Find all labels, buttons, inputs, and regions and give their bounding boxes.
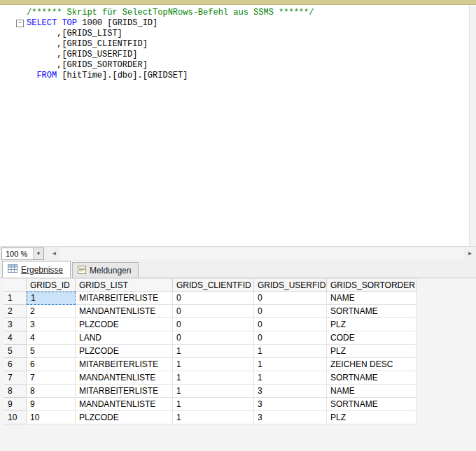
selection-margin[interactable]: [0, 29, 15, 39]
selection-margin[interactable]: [0, 60, 15, 71]
grid-cell[interactable]: SORTNAME: [327, 398, 416, 411]
grid-cell[interactable]: 0: [254, 305, 327, 318]
grid-cell[interactable]: 0: [173, 305, 254, 318]
grid-cell[interactable]: 1: [254, 358, 327, 371]
column-header[interactable]: GRIDS_USERFID: [254, 278, 327, 292]
grid-cell[interactable]: NAME: [327, 292, 416, 305]
grid-cell[interactable]: 1: [254, 371, 327, 385]
grid-cell[interactable]: SORTNAME: [327, 371, 416, 385]
grid-cell[interactable]: MITARBEITERLISTE: [76, 292, 173, 305]
grid-cell[interactable]: 10: [27, 411, 76, 424]
grid-cell[interactable]: SORTNAME: [327, 305, 416, 318]
grid-cell[interactable]: 1: [173, 371, 254, 385]
grid-cell[interactable]: CODE: [327, 331, 416, 345]
selection-margin[interactable]: [0, 39, 15, 50]
column-header[interactable]: GRIDS_LIST: [76, 278, 173, 292]
grid-cell[interactable]: 5: [27, 345, 76, 358]
grid-cell[interactable]: MANDANTENLISTE: [76, 371, 173, 385]
grid-cell[interactable]: MANDANTENLISTE: [76, 398, 173, 411]
grid-cell[interactable]: 0: [254, 331, 327, 345]
code-line[interactable]: ,[GRIDS_SORTORDER]: [0, 60, 476, 71]
code-line[interactable]: ,[GRIDS_CLIENTFID]: [0, 39, 476, 50]
grid-cell[interactable]: 1: [173, 385, 254, 398]
code-line[interactable]: −SELECT TOP 1000 [GRIDS_ID]: [0, 18, 476, 29]
selection-margin[interactable]: [0, 50, 15, 60]
row-number[interactable]: 3: [4, 318, 27, 331]
row-number[interactable]: 6: [4, 358, 27, 371]
header-row: GRIDS_IDGRIDS_LISTGRIDS_CLIENTFIDGRIDS_U…: [4, 278, 416, 292]
select-all-corner[interactable]: [4, 278, 27, 292]
editor-top-bar: [0, 0, 476, 5]
grid-cell[interactable]: 7: [27, 371, 76, 385]
grid-cell[interactable]: 3: [254, 385, 327, 398]
sql-editor[interactable]: /****** Skript für SelectTopNRows-Befehl…: [0, 0, 476, 246]
fold-collapse-icon[interactable]: −: [16, 20, 24, 27]
grid-cell[interactable]: 1: [27, 292, 76, 305]
grid-cell[interactable]: ZEICHEN DESC: [327, 358, 416, 371]
grid-cell[interactable]: PLZCODE: [76, 318, 173, 331]
column-header[interactable]: GRIDS_CLIENTFID: [173, 278, 254, 292]
scrollbar-track[interactable]: [60, 248, 464, 259]
code-line[interactable]: /****** Skript für SelectTopNRows-Befehl…: [0, 8, 476, 18]
column-header[interactable]: GRIDS_ID: [27, 278, 76, 292]
column-header[interactable]: GRIDS_SORTORDER: [327, 278, 416, 292]
row-number[interactable]: 9: [4, 398, 27, 411]
editor-vertical-scrollbar[interactable]: [469, 6, 476, 246]
row-number[interactable]: 10: [4, 411, 27, 424]
tab-ergebnisse[interactable]: Ergebnisse: [2, 261, 71, 278]
row-number[interactable]: 1: [4, 292, 27, 305]
grid-cell[interactable]: 3: [254, 398, 327, 411]
row-number[interactable]: 2: [4, 305, 27, 318]
grid-cell[interactable]: MANDANTENLISTE: [76, 305, 173, 318]
grid-cell[interactable]: 2: [27, 305, 76, 318]
code-line[interactable]: FROM [hitTime].[dbo].[GRIDSET]: [0, 71, 476, 81]
horizontal-scrollbar[interactable]: ◄ ►: [48, 248, 476, 259]
selection-margin[interactable]: [0, 8, 15, 18]
grid-cell[interactable]: PLZCODE: [76, 411, 173, 424]
code-lines[interactable]: /****** Skript für SelectTopNRows-Befehl…: [0, 5, 476, 81]
tab-meldungen[interactable]: Meldungen: [72, 262, 139, 278]
row-number[interactable]: 8: [4, 385, 27, 398]
grid-cell[interactable]: LAND: [76, 331, 173, 345]
table-row: 22MANDANTENLISTE00SORTNAME: [4, 305, 416, 318]
grid-cell[interactable]: NAME: [327, 385, 416, 398]
code-line[interactable]: ,[GRIDS_LIST]: [0, 29, 476, 39]
messages-icon: [78, 265, 86, 276]
grid-cell[interactable]: 9: [27, 398, 76, 411]
grid-cell[interactable]: 1: [254, 345, 327, 358]
selection-margin[interactable]: [0, 71, 15, 81]
grid-cell[interactable]: PLZ: [327, 411, 416, 424]
results-pane: GRIDS_IDGRIDS_LISTGRIDS_CLIENTFIDGRIDS_U…: [0, 278, 476, 451]
grid-cell[interactable]: 0: [254, 318, 327, 331]
table-row: 44LAND00CODE: [4, 331, 416, 345]
grid-cell[interactable]: 0: [173, 331, 254, 345]
scroll-left-icon[interactable]: ◄: [48, 248, 60, 259]
scroll-right-icon[interactable]: ►: [464, 248, 476, 259]
grid-cell[interactable]: 4: [27, 331, 76, 345]
grid-cell[interactable]: 0: [173, 292, 254, 305]
grid-cell[interactable]: 6: [27, 358, 76, 371]
grid-cell[interactable]: 8: [27, 385, 76, 398]
chevron-down-icon[interactable]: ▼: [33, 248, 43, 259]
table-row: 33PLZCODE00PLZ: [4, 318, 416, 331]
grid-cell[interactable]: 0: [254, 292, 327, 305]
zoom-select[interactable]: 100 % ▼: [1, 248, 44, 260]
grid-cell[interactable]: 3: [254, 411, 327, 424]
grid-cell[interactable]: 1: [173, 358, 254, 371]
grid-cell[interactable]: PLZ: [327, 318, 416, 331]
grid-cell[interactable]: PLZ: [327, 345, 416, 358]
grid-cell[interactable]: 1: [173, 398, 254, 411]
grid-cell[interactable]: 0: [173, 318, 254, 331]
grid-cell[interactable]: 3: [27, 318, 76, 331]
code-line[interactable]: ,[GRIDS_USERFID]: [0, 50, 476, 60]
grid-cell[interactable]: 1: [173, 345, 254, 358]
grid-cell[interactable]: PLZCODE: [76, 345, 173, 358]
grid-cell[interactable]: MITARBEITERLISTE: [76, 385, 173, 398]
grid-cell[interactable]: MITARBEITERLISTE: [76, 358, 173, 371]
row-number[interactable]: 4: [4, 331, 27, 345]
grid-cell[interactable]: 1: [173, 411, 254, 424]
tab-label: Ergebnisse: [21, 265, 63, 275]
selection-margin[interactable]: [0, 18, 15, 29]
row-number[interactable]: 7: [4, 371, 27, 385]
row-number[interactable]: 5: [4, 345, 27, 358]
